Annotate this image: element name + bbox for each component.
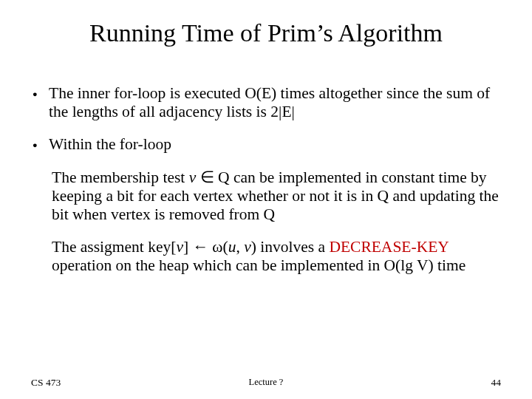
footer-left: CS 473 (31, 377, 61, 389)
bullet-item: ● The inner for-loop is executed O(E) ti… (31, 84, 501, 120)
text-frag: , (236, 238, 244, 256)
bullet-text: The inner for-loop is executed O(E) time… (49, 84, 501, 120)
decrease-key-term: DECREASE-KEY (329, 238, 449, 256)
bullet-text: Within the for-loop (49, 135, 501, 154)
var-v: v (189, 168, 197, 186)
footer-center: Lecture ? (31, 377, 501, 388)
text-frag: operation on the heap which can be imple… (52, 256, 466, 274)
text-frag: ] ← ω( (183, 238, 228, 256)
bullet-dot-icon: ● (31, 84, 49, 120)
sub-paragraph: The assigment key[v] ← ω(u, v) involves … (52, 238, 501, 274)
footer: CS 473 Lecture ? 44 (31, 377, 501, 389)
body-text: ● The inner for-loop is executed O(E) ti… (31, 84, 501, 275)
slide: Running Time of Prim’s Algorithm ● The i… (0, 0, 532, 399)
footer-right: 44 (491, 377, 502, 389)
text-frag: The assigment key[ (52, 238, 176, 256)
var-v: v (244, 238, 251, 256)
bullet-dot-icon: ● (31, 135, 49, 154)
text-frag: The membership test (52, 168, 189, 186)
bullet-item: ● Within the for-loop (31, 135, 501, 154)
sub-paragraph: The membership test v ∈ Q can be impleme… (52, 168, 501, 223)
var-u: u (228, 238, 236, 256)
var-v: v (176, 238, 183, 256)
text-frag: ) involves a (251, 238, 330, 256)
slide-title: Running Time of Prim’s Algorithm (31, 19, 501, 47)
